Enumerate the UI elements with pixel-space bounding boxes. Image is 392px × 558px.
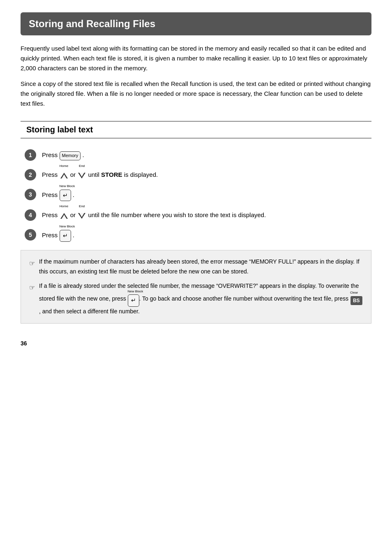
note-1-text: If the maximum number of characters has … <box>39 257 363 277</box>
new-block-label-5: New Block <box>60 224 75 229</box>
clear-label-note: Clear <box>350 290 358 296</box>
enter-key-wrap-note: New Block ↵ <box>128 294 139 307</box>
step-1-number: 1 <box>25 149 36 161</box>
step-2-or-1: or <box>70 171 78 178</box>
step-2-number: 2 <box>25 169 36 181</box>
enter-key-note: ↵ <box>128 294 139 307</box>
step-1-text-after: . <box>82 151 84 158</box>
step-3-number: 3 <box>25 189 36 200</box>
new-block-label-3: New Block <box>60 184 75 189</box>
note-2-icon: ☞ <box>29 282 35 293</box>
step-2: 2 Press Home or End until STORE is displ… <box>25 168 371 181</box>
step-3-text-after: . <box>73 191 74 198</box>
note-2: ☞ If a file is already stored under the … <box>29 281 363 316</box>
arrow-up-wrapper-4: Home <box>60 211 69 220</box>
bs-key-wrap-note: Clear BS <box>350 296 363 306</box>
step-4-number: 4 <box>25 209 36 221</box>
step-1-content: Press Memory . <box>42 148 84 160</box>
arrow-up-icon-4 <box>60 213 68 219</box>
section-title: Storing label text <box>26 125 93 134</box>
step-5: 5 Press New Block ↵ . <box>25 228 371 241</box>
home-label-4: Home <box>60 204 68 209</box>
step-1: 1 Press Memory . <box>25 148 371 161</box>
page-number: 36 <box>21 340 371 347</box>
memory-key: Memory <box>60 151 81 160</box>
arrow-down-wrapper: End <box>77 170 86 180</box>
steps-list: 1 Press Memory . 2 Press Home or End <box>21 148 371 242</box>
arrow-up-icon <box>60 173 68 178</box>
step-5-number: 5 <box>25 229 36 241</box>
intro-paragraph-2: Since a copy of the stored text file is … <box>21 79 371 109</box>
storing-label-text-section: Storing label text 1 Press Memory . 2 Pr… <box>21 121 371 324</box>
step-4-content: Press Home or End until the file number … <box>42 208 266 220</box>
step-1-text-before: Press <box>42 151 60 158</box>
enter-key-wrap-3: New Block ↵ <box>60 190 71 201</box>
note-1: ☞ If the maximum number of characters ha… <box>29 257 363 277</box>
end-label-4: End <box>79 204 85 209</box>
arrow-up-wrapper: Home <box>60 170 69 180</box>
step-5-text-before: Press <box>42 232 60 239</box>
enter-key-3: ↵ <box>60 190 71 201</box>
step-2-text-until: until STORE is displayed. <box>88 171 158 178</box>
enter-key-wrap-5: New Block ↵ <box>60 230 71 241</box>
note-1-icon: ☞ <box>29 258 35 269</box>
notes-section: ☞ If the maximum number of characters ha… <box>21 250 371 324</box>
arrow-down-icon <box>78 173 85 178</box>
main-title: Storing and Recalling Files <box>21 12 371 35</box>
step-2-text-before: Press <box>42 171 60 178</box>
intro-paragraph-1: Frequently used label text along with it… <box>21 44 371 73</box>
arrow-down-icon-4 <box>78 213 85 219</box>
step-4-text-after: until the file number where you wish to … <box>88 211 266 218</box>
step-4-text-before: Press <box>42 211 60 218</box>
step-4-or: or <box>70 211 78 218</box>
bs-key-note: BS <box>350 296 363 306</box>
section-title-bar: Storing label text <box>21 121 371 139</box>
home-label: Home <box>60 164 68 169</box>
step-5-text-after: . <box>73 232 74 239</box>
step-2-content: Press Home or End until STORE is display… <box>42 168 158 180</box>
note-2-text: If a file is already stored under the se… <box>39 281 363 316</box>
new-block-label-note: New Block <box>128 289 143 294</box>
step-4: 4 Press Home or End until the file numbe… <box>25 208 371 221</box>
step-3-content: Press New Block ↵ . <box>42 188 74 201</box>
step-3: 3 Press New Block ↵ . <box>25 188 371 201</box>
step-5-content: Press New Block ↵ . <box>42 228 74 241</box>
end-label: End <box>79 164 85 169</box>
arrow-down-wrapper-4: End <box>77 211 86 220</box>
step-3-text-before: Press <box>42 191 60 198</box>
enter-key-5: ↵ <box>60 230 71 241</box>
